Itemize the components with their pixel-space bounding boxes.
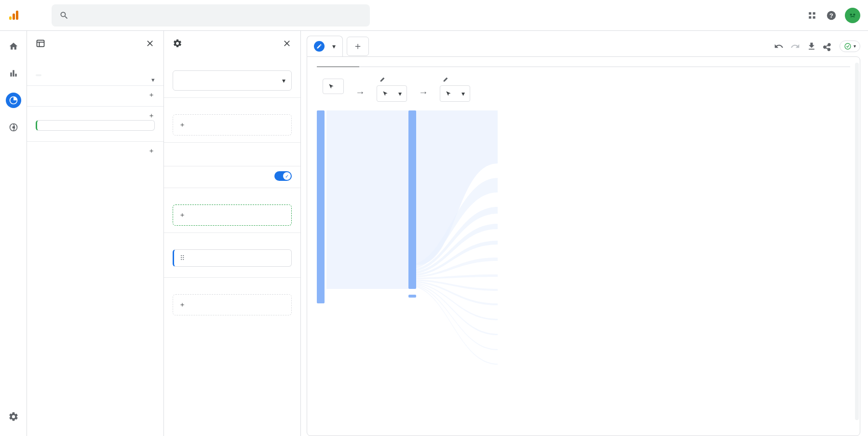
settings-panel: ▾ ＋ <box>164 31 301 436</box>
analytics-logo-icon <box>8 10 19 21</box>
status-pill[interactable]: ▾ <box>840 41 860 52</box>
share-icon[interactable] <box>823 41 833 51</box>
technique-select[interactable]: ▾ <box>173 70 292 91</box>
sankey-node[interactable] <box>317 110 329 303</box>
svg-rect-12 <box>13 70 14 76</box>
breakdown-drop-area[interactable]: ＋ <box>173 204 292 226</box>
svg-point-16 <box>13 126 14 128</box>
left-nav <box>0 31 27 436</box>
svg-rect-17 <box>37 40 44 46</box>
chevron-down-icon: ▾ <box>282 77 285 84</box>
add-segment-button[interactable]: ＋ <box>148 91 155 99</box>
date-range-picker[interactable]: ▾ <box>36 71 155 79</box>
svg-point-20 <box>845 43 851 49</box>
step1-select[interactable]: ▾ <box>377 85 407 102</box>
chevron-down-icon: ▾ <box>461 90 465 97</box>
svg-rect-5 <box>809 16 811 18</box>
svg-rect-1 <box>13 14 15 20</box>
sankey-node[interactable] <box>408 110 421 289</box>
variables-icon <box>36 39 45 48</box>
add-metric-button[interactable]: ＋ <box>148 147 155 155</box>
cursor-icon <box>445 90 452 97</box>
svg-rect-0 <box>9 16 12 20</box>
arrow-right-icon: → <box>419 87 428 98</box>
svg-point-10 <box>853 14 855 15</box>
svg-rect-13 <box>15 74 16 77</box>
undo-icon[interactable] <box>774 41 784 51</box>
pencil-icon[interactable] <box>380 76 386 82</box>
variables-header <box>27 31 163 56</box>
nav-reports[interactable] <box>6 66 21 81</box>
step2-select[interactable]: ▾ <box>440 85 470 102</box>
scrollbar[interactable] <box>855 63 859 420</box>
cursor-icon <box>382 90 389 97</box>
svg-rect-4 <box>813 12 815 14</box>
add-tab-button[interactable]: ＋ <box>347 37 369 56</box>
nav-advertising[interactable] <box>6 120 21 135</box>
sankey-chart[interactable] <box>317 110 850 381</box>
svg-rect-2 <box>16 11 18 20</box>
nav-explore[interactable] <box>6 93 21 108</box>
apps-icon[interactable] <box>806 10 818 21</box>
add-dimension-button[interactable]: ＋ <box>148 111 155 120</box>
path-headers: → ▾ → <box>317 76 850 102</box>
logo[interactable] <box>8 10 22 21</box>
starting-point-select[interactable] <box>323 79 344 94</box>
plus-icon: ＋ <box>179 300 186 309</box>
chevron-down-icon: ▾ <box>151 76 155 83</box>
cursor-icon <box>328 83 335 90</box>
svg-point-9 <box>850 14 852 15</box>
close-variables-icon[interactable] <box>145 39 155 48</box>
help-icon[interactable]: ? <box>826 10 837 21</box>
svg-text:?: ? <box>829 12 833 19</box>
download-icon[interactable] <box>807 41 816 51</box>
date-custom-badge <box>36 74 41 76</box>
canvas-body: → ▾ → <box>307 56 860 436</box>
settings-header <box>164 31 300 56</box>
unique-nodes-toggle[interactable] <box>274 171 292 181</box>
nav-admin[interactable] <box>6 409 21 424</box>
edit-icon <box>314 41 325 52</box>
pencil-icon[interactable] <box>443 76 449 82</box>
search-bar[interactable] <box>52 4 370 27</box>
redo-icon <box>790 41 800 51</box>
search-input[interactable] <box>75 11 362 20</box>
plus-icon: ＋ <box>179 121 186 129</box>
chevron-down-icon: ▾ <box>398 90 402 97</box>
chevron-down-icon: ▾ <box>854 43 856 49</box>
account-avatar[interactable] <box>845 8 860 23</box>
chevron-down-icon[interactable]: ▾ <box>332 42 336 50</box>
nav-home[interactable] <box>6 39 21 54</box>
filters-drop-area[interactable]: ＋ <box>173 294 292 315</box>
gear-icon <box>173 39 182 48</box>
exploration-tab[interactable]: ▾ <box>307 36 343 56</box>
canvas: ▾ ＋ ▾ <box>301 31 868 436</box>
app-header: ? <box>0 0 868 31</box>
plus-icon: ＋ <box>179 211 186 219</box>
drag-handle-icon: ⠿ <box>180 255 185 261</box>
check-circle-icon <box>844 42 852 50</box>
segment-drop-area[interactable]: ＋ <box>173 114 292 136</box>
sankey-node-more[interactable] <box>408 295 421 303</box>
values-chip[interactable]: ⠿ <box>173 249 292 267</box>
variables-panel: ▾ ＋ ＋ <box>27 31 164 436</box>
svg-rect-6 <box>813 16 815 18</box>
close-settings-icon[interactable] <box>282 39 292 48</box>
dimension-chip-ghost[interactable] <box>36 120 155 131</box>
tabs-row: ▾ ＋ ▾ <box>307 36 860 56</box>
svg-rect-11 <box>10 72 12 76</box>
search-icon <box>59 11 69 20</box>
arrow-right-icon: → <box>355 87 365 98</box>
svg-rect-3 <box>809 12 811 14</box>
